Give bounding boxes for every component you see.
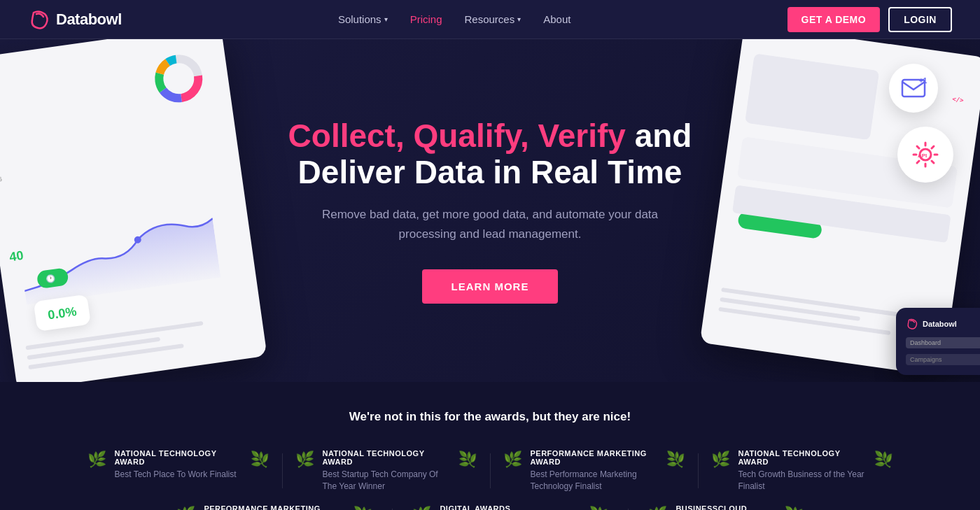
chevron-down-icon: ▾ (384, 15, 388, 23)
donut-chart-icon (147, 47, 210, 110)
award-item-4: 🌿 NATIONAL TECHNOLOGY AWARD Tech Growth … (704, 449, 900, 493)
laurel-right-icon-6: 🌿 (589, 506, 608, 510)
api-icon-bubble: API (897, 127, 953, 183)
awards-row-1: 🌿 NATIONAL TECHNOLOGY AWARD Best Tech Pl… (42, 449, 938, 493)
navbar: Databowl Solutions ▾ Pricing Resources ▾… (0, 0, 980, 39)
nav-pricing[interactable]: Pricing (410, 13, 442, 25)
mini-card-item-2: Campaigns (906, 354, 980, 365)
databowl-mini-card: Databowl Dashboard Campaigns (896, 308, 980, 375)
hero-title: Collect, Qualify, Verify and Deliver Dat… (273, 118, 707, 192)
award-3-name: PERFORMANCE MARKETING AWARD (531, 449, 658, 466)
laurel-right-icon: 🌿 (251, 451, 270, 469)
award-divider-2 (490, 453, 491, 488)
award-7-name: BUSINESSCLOUD (676, 504, 776, 510)
awards-section: We're not in this for the awards, but th… (0, 382, 980, 510)
award-3-desc: Best Performance Marketing Technology Fi… (531, 469, 658, 493)
laurel-right-icon-5: 🌿 (354, 506, 372, 510)
logo[interactable]: Databowl (28, 8, 122, 31)
laurel-left-icon-5: 🌿 (176, 506, 195, 510)
award-item-5: 🌿 PERFORMANCE MARKETING AWARD Best Perfo… (162, 504, 386, 510)
databowl-mini-brand: Databowl (923, 320, 957, 328)
award-4-desc: Tech Growth Business of the Year Finalis… (738, 469, 866, 493)
email-icon: +1 (899, 74, 927, 102)
login-button[interactable]: LOGIN (888, 7, 952, 32)
hero-deco-left: 14 12 10 8 6 (0, 39, 273, 382)
mini-card-item-1: Dashboard (906, 337, 980, 348)
award-1-name: NATIONAL TECHNOLOGY AWARD (115, 449, 242, 466)
hero-subtitle: Remove bad data, get more good data, and… (308, 205, 672, 244)
learn-more-button[interactable]: LEARN MORE (422, 269, 559, 304)
nav-cta: GET A DEMO LOGIN (788, 7, 952, 32)
email-icon-bubble: +1 (889, 64, 938, 113)
nav-resources[interactable]: Resources ▾ (464, 13, 521, 25)
award-item-1: 🌿 NATIONAL TECHNOLOGY AWARD Best Tech Pl… (80, 449, 276, 481)
databowl-mini-logo-icon (906, 318, 918, 330)
laurel-right-icon-3: 🌿 (666, 451, 685, 469)
line-chart-icon (17, 208, 220, 305)
hero-content: Collect, Qualify, Verify and Deliver Dat… (273, 118, 707, 304)
award-2-desc: Best Startup Tech Company Of The Year Wi… (323, 469, 450, 493)
chevron-down-icon-resources: ▾ (517, 15, 521, 23)
award-5-name: PERFORMANCE MARKETING AWARD (204, 504, 345, 510)
award-item-3: 🌿 PERFORMANCE MARKETING AWARD Best Perfo… (496, 449, 692, 493)
award-item-7: 🌿 BUSINESSCLOUD 100 Smart Tech Innovator… (634, 504, 817, 510)
awards-row-2: 🌿 PERFORMANCE MARKETING AWARD Best Perfo… (42, 504, 938, 510)
get-demo-button[interactable]: GET A DEMO (788, 7, 881, 32)
laurel-left-icon-6: 🌿 (412, 506, 431, 510)
left-dashboard-panel: 14 12 10 8 6 (0, 39, 267, 382)
metric-value-display: 0.0% (34, 295, 91, 332)
laurel-left-icon-3: 🌿 (503, 451, 522, 469)
award-6-name: DIGITAL AWARDS (440, 504, 581, 510)
awards-title: We're not in this for the awards, but th… (42, 410, 938, 424)
laurel-left-icon-4: 🌿 (711, 451, 730, 469)
award-4-name: NATIONAL TECHNOLOGY AWARD (738, 449, 866, 466)
brand-name: Databowl (56, 10, 122, 29)
hero-section: 14 12 10 8 6 (0, 39, 980, 382)
laurel-right-icon-2: 🌿 (458, 451, 477, 469)
svg-text:API: API (918, 153, 927, 159)
laurel-right-icon-7: 🌿 (785, 506, 804, 510)
laurel-right-icon-4: 🌿 (874, 451, 893, 469)
award-2-name: NATIONAL TECHNOLOGY AWARD (323, 449, 450, 466)
laurel-left-icon-2: 🌿 (295, 451, 314, 469)
award-divider-3 (698, 453, 699, 488)
chart-labels: 14 12 10 8 6 (0, 97, 6, 183)
nav-links: Solutions ▾ Pricing Resources ▾ About (338, 13, 570, 25)
nav-about[interactable]: About (543, 13, 570, 25)
laurel-left-icon-7: 🌿 (648, 506, 667, 510)
svg-text:+1: +1 (919, 77, 927, 85)
hero-deco-right: +1 API (707, 39, 980, 382)
nav-solutions[interactable]: Solutions ▾ (338, 13, 388, 25)
award-divider-1 (282, 453, 283, 488)
award-item-2: 🌿 NATIONAL TECHNOLOGY AWARD Best Startup… (288, 449, 484, 493)
award-item-6: 🌿 DIGITAL AWARDS Most Innovative Use Of … (398, 504, 622, 510)
laurel-left-icon: 🌿 (88, 451, 106, 469)
api-gear-icon: API (908, 137, 943, 172)
award-1-desc: Best Tech Place To Work Finalist (115, 469, 242, 481)
databowl-logo-icon (28, 8, 50, 31)
